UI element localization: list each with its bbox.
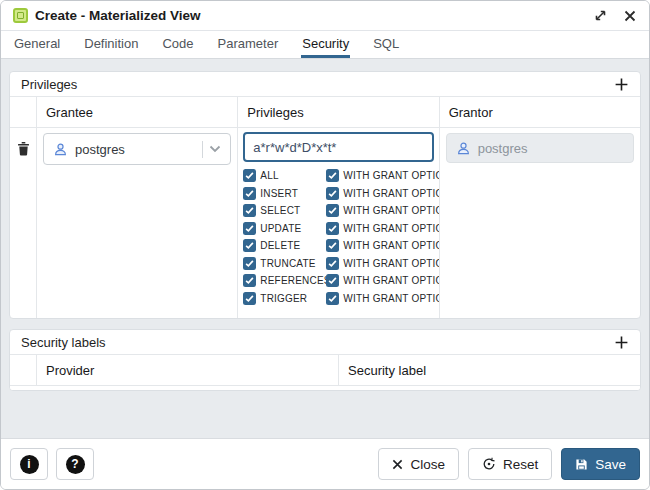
privilege-checkbox-all[interactable] <box>243 169 256 182</box>
close-button[interactable]: Close <box>378 448 459 480</box>
privilege-label: ALL <box>260 170 278 181</box>
tab-code[interactable]: Code <box>161 31 194 58</box>
grantee-cell: postgres <box>36 128 237 318</box>
reset-button[interactable]: Reset <box>468 448 552 480</box>
with-grant-option-label: WITH GRANT OPTION <box>343 275 438 286</box>
security-labels-panel: Security labels Provider Security label <box>9 329 641 391</box>
with-grant-option-checkbox-select[interactable] <box>326 204 339 217</box>
select-separator <box>202 141 203 158</box>
info-icon: i <box>20 455 39 474</box>
close-x-icon <box>392 459 403 470</box>
privilege-label: UPDATE <box>260 223 301 234</box>
with-grant-option-checkbox-delete[interactable] <box>326 239 339 252</box>
privilege-row-references: REFERENCESWITH GRANT OPTION <box>243 272 438 290</box>
dialog-title: Create - Materialized View <box>35 8 201 23</box>
security-labels-panel-header: Security labels <box>10 330 640 355</box>
help-icon: ? <box>66 455 85 474</box>
privileges-grid-header: Grantee Privileges Grantor <box>10 97 640 128</box>
privilege-row-update: UPDATEWITH GRANT OPTION <box>243 220 438 238</box>
tab-definition[interactable]: Definition <box>83 31 139 58</box>
with-grant-option-checkbox-references[interactable] <box>326 274 339 287</box>
privileges-header-spacer <box>10 97 36 128</box>
dialog-footer: i ? Close Reset Save <box>1 438 649 489</box>
close-button-label: Close <box>410 457 445 472</box>
privileges-cell: ALLWITH GRANT OPTIONINSERTWITH GRANT OPT… <box>237 128 438 318</box>
grantor-value: postgres <box>478 141 528 156</box>
privileges-panel: Privileges Grantee Privileges Grantor <box>9 71 641 319</box>
with-grant-option-checkbox-update[interactable] <box>326 222 339 235</box>
privilege-checkbox-trigger[interactable] <box>243 292 256 305</box>
close-icon[interactable] <box>623 9 637 23</box>
chevron-down-icon <box>209 145 221 153</box>
column-header-provider: Provider <box>36 355 338 386</box>
save-button[interactable]: Save <box>561 448 640 480</box>
privilege-label: DELETE <box>260 240 300 251</box>
column-header-security-label: Security label <box>338 355 640 386</box>
privilege-label: REFERENCES <box>260 275 326 286</box>
save-button-label: Save <box>595 457 626 472</box>
security-labels-header-spacer <box>10 355 36 386</box>
save-floppy-icon <box>575 458 588 471</box>
user-icon <box>53 142 68 157</box>
grantor-readonly-field: postgres <box>446 133 634 163</box>
tab-sql[interactable]: SQL <box>372 31 400 58</box>
grantor-cell: postgres <box>439 128 640 318</box>
column-header-grantor: Grantor <box>439 97 640 128</box>
user-icon <box>456 141 471 156</box>
security-labels-grid-header: Provider Security label <box>10 355 640 386</box>
privilege-row-all: ALLWITH GRANT OPTION <box>243 167 438 185</box>
dialog-titlebar: Create - Materialized View <box>1 1 649 31</box>
with-grant-option-label: WITH GRANT OPTION <box>343 188 438 199</box>
privilege-label: TRIGGER <box>260 293 307 304</box>
privilege-checkbox-update[interactable] <box>243 222 256 235</box>
privilege-label: TRUNCATE <box>260 258 315 269</box>
with-grant-option-label: WITH GRANT OPTION <box>343 258 438 269</box>
materialized-view-icon <box>13 8 28 23</box>
row-actions-cell <box>10 128 36 318</box>
grantee-selected-value: postgres <box>75 142 125 157</box>
grantee-select[interactable]: postgres <box>43 133 231 165</box>
info-button[interactable]: i <box>10 448 48 480</box>
delete-row-icon[interactable] <box>17 141 30 318</box>
with-grant-option-label: WITH GRANT OPTION <box>343 170 438 181</box>
with-grant-option-label: WITH GRANT OPTION <box>343 223 438 234</box>
privilege-label: SELECT <box>260 205 300 216</box>
security-labels-panel-title: Security labels <box>21 335 106 350</box>
privilege-label: INSERT <box>260 188 298 199</box>
privilege-row-trigger: TRIGGERWITH GRANT OPTION <box>243 290 438 308</box>
dialog-tabbar: General Definition Code Parameter Securi… <box>1 31 649 59</box>
tab-security[interactable]: Security <box>301 31 350 58</box>
privileges-string-input[interactable] <box>243 132 433 162</box>
column-header-privileges: Privileges <box>237 97 438 128</box>
maximize-icon[interactable] <box>593 9 607 23</box>
privilege-row-insert: INSERTWITH GRANT OPTION <box>243 185 438 203</box>
with-grant-option-checkbox-insert[interactable] <box>326 187 339 200</box>
create-materialized-view-dialog: Create - Materialized View General Defin… <box>0 0 650 490</box>
column-header-grantee: Grantee <box>36 97 237 128</box>
privileges-panel-header: Privileges <box>10 72 640 97</box>
privilege-checkbox-insert[interactable] <box>243 187 256 200</box>
privilege-checkbox-delete[interactable] <box>243 239 256 252</box>
tab-general[interactable]: General <box>13 31 61 58</box>
help-button[interactable]: ? <box>56 448 94 480</box>
security-tab-content: Privileges Grantee Privileges Grantor <box>1 59 649 438</box>
privilege-checkbox-truncate[interactable] <box>243 257 256 270</box>
add-privilege-button[interactable] <box>612 75 630 93</box>
privilege-row-truncate: TRUNCATEWITH GRANT OPTION <box>243 255 438 273</box>
privilege-row-select: SELECTWITH GRANT OPTION <box>243 202 438 220</box>
privilege-checkbox-references[interactable] <box>243 274 256 287</box>
with-grant-option-label: WITH GRANT OPTION <box>343 240 438 251</box>
privileges-panel-title: Privileges <box>21 77 77 92</box>
reset-icon <box>482 457 496 471</box>
reset-button-label: Reset <box>503 457 538 472</box>
privilege-checkbox-list: ALLWITH GRANT OPTIONINSERTWITH GRANT OPT… <box>238 165 438 307</box>
privileges-grid-row: postgres ALLWITH GRANT OPTIONINSERTWITH … <box>10 128 640 318</box>
tab-parameter[interactable]: Parameter <box>217 31 280 58</box>
with-grant-option-checkbox-truncate[interactable] <box>326 257 339 270</box>
privilege-row-delete: DELETEWITH GRANT OPTION <box>243 237 438 255</box>
with-grant-option-label: WITH GRANT OPTION <box>343 293 438 304</box>
privilege-checkbox-select[interactable] <box>243 204 256 217</box>
with-grant-option-checkbox-all[interactable] <box>326 169 339 182</box>
add-security-label-button[interactable] <box>612 333 630 351</box>
with-grant-option-checkbox-trigger[interactable] <box>326 292 339 305</box>
